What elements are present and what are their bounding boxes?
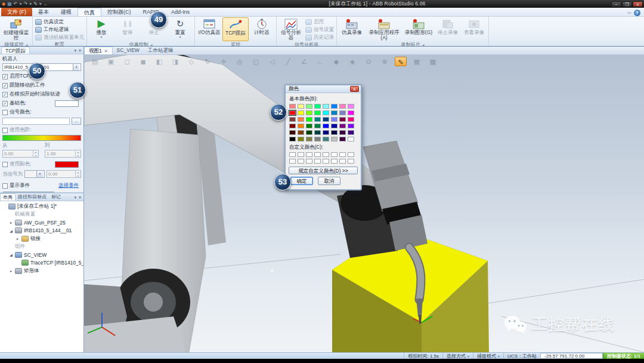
view-tab-scview[interactable]: SC_VIEW (113, 47, 144, 54)
basic-color-swatch[interactable] (323, 130, 329, 135)
tree-item[interactable]: [未保存工作站 1]* (0, 202, 83, 211)
tcp-trace-button[interactable]: TCP跟踪 (222, 17, 249, 41)
basic-color-swatch[interactable] (298, 130, 304, 135)
basic-color-swatch[interactable] (348, 137, 354, 141)
signal-input[interactable] (2, 118, 70, 125)
pan-view-icon[interactable]: ✛ (218, 57, 230, 66)
panel-close-icon[interactable]: ✕ (78, 48, 82, 53)
basic-color-swatch[interactable] (331, 104, 338, 109)
basic-color-swatch[interactable] (331, 137, 338, 141)
controller-status[interactable]: 控制器状态: 1/1 (603, 353, 644, 359)
record-application-button[interactable]: 录制应用程序(A) (366, 17, 402, 41)
base-color-swatch[interactable] (55, 100, 79, 107)
basic-color-swatch[interactable] (323, 137, 329, 141)
tab-file[interactable]: 文件 (F) (1, 8, 32, 16)
undo-icon[interactable]: ↶ (14, 1, 18, 7)
ucs-indicator[interactable]: UCS：工作站 (503, 353, 540, 359)
custom-color-swatch[interactable] (348, 152, 354, 157)
enable-tcp-trace-checkbox[interactable]: ✓ (2, 74, 8, 79)
select-events-link[interactable]: 选择事件 (58, 182, 79, 189)
tab-simulation[interactable]: 仿真 (78, 8, 101, 16)
basic-color-swatch[interactable] (306, 130, 312, 135)
measure-angle-icon[interactable]: ∠ (298, 57, 310, 66)
basic-color-swatch[interactable] (348, 110, 354, 115)
basic-color-swatch[interactable] (314, 117, 321, 122)
basic-color-swatch[interactable] (289, 104, 296, 109)
custom-color-swatch[interactable] (339, 152, 346, 157)
tree-expander-icon[interactable]: ▸ (9, 220, 13, 224)
use-color-scale-checkbox[interactable] (2, 128, 8, 133)
tab-tags[interactable]: 标记 (49, 193, 63, 201)
panel-close-icon[interactable]: ✕ (78, 195, 82, 200)
custom-color-swatch[interactable] (339, 159, 346, 164)
basic-color-swatch[interactable] (314, 110, 321, 115)
snap-grid-icon[interactable]: ▦ (411, 57, 423, 66)
fit-all-icon[interactable]: ◱ (250, 57, 262, 66)
define-custom-colors-button[interactable]: 规定自定义颜色(D) >> (289, 167, 358, 174)
customize-pen-icon[interactable]: ✎ (33, 1, 38, 7)
close-view-icon[interactable]: ✕ (104, 47, 108, 55)
tree-item[interactable]: TraceTCP [IRB1410_5_144__01] (0, 259, 83, 267)
zoom-view-icon[interactable]: ◎ (234, 57, 246, 66)
previous-view-icon[interactable]: ◁ (266, 57, 278, 66)
basic-color-swatch[interactable] (289, 130, 296, 135)
caret-icon[interactable]: ▾ (39, 1, 42, 7)
basic-color-swatch[interactable] (314, 137, 321, 141)
tree-item[interactable]: ◢SC_VIEW (0, 251, 83, 259)
basic-color-swatch[interactable] (306, 110, 312, 115)
basic-color-swatch[interactable] (289, 117, 296, 122)
snap-mode-dropdown[interactable]: 捕捉模式 ▾ (473, 353, 503, 359)
custom-color-swatch[interactable] (348, 159, 354, 164)
basic-color-swatch[interactable] (339, 110, 346, 115)
basic-color-swatch[interactable] (339, 104, 346, 109)
select-part-icon[interactable]: ◨ (169, 57, 181, 66)
basic-color-swatch[interactable] (323, 117, 329, 122)
tree-item[interactable]: ◢IRB1410_5_144__01 (0, 227, 83, 235)
tab-addins[interactable]: Add-Ins (165, 8, 196, 16)
show-events-checkbox[interactable] (2, 183, 8, 189)
custom-color-swatch[interactable] (331, 152, 338, 157)
qat-more-icon[interactable]: ⌄ (44, 1, 48, 7)
secondary-color-swatch[interactable] (55, 161, 79, 168)
tree-item[interactable]: 机械装置 (0, 211, 83, 219)
tree-item[interactable]: ▸AW_Gun_PSF_25 (0, 219, 83, 227)
basic-color-swatch[interactable] (314, 130, 321, 135)
select-surface-icon[interactable]: ◼ (137, 57, 149, 66)
snap-gravity-icon[interactable]: ⊕ (379, 57, 391, 66)
tab-controller[interactable]: 控制器(C) (101, 8, 137, 16)
basic-color-swatch[interactable] (289, 137, 296, 141)
custom-color-swatch[interactable] (331, 159, 338, 164)
custom-color-swatch[interactable] (298, 152, 304, 157)
basic-color-swatch[interactable] (348, 104, 354, 109)
tcp-trace-panel-tab[interactable]: TCP跟踪 (1, 47, 30, 54)
signal-color-checkbox[interactable] (2, 110, 8, 115)
custom-color-swatch[interactable] (306, 159, 312, 164)
dialog-launcher-icon[interactable]: ◢ (150, 43, 153, 47)
tab-layout[interactable]: 布局 (0, 193, 16, 201)
custom-color-swatch[interactable] (306, 152, 312, 157)
panel-menu-icon[interactable]: ▾ (75, 195, 77, 200)
signal-analyzer-button[interactable]: 信号分析器 (278, 17, 304, 41)
custom-color-swatch[interactable] (314, 152, 321, 157)
measure-min-dist-icon[interactable]: ∟ (314, 57, 326, 66)
tab-paths-targets[interactable]: 路径和目标点 (16, 193, 49, 201)
station-logic-button[interactable]: 工作站逻辑 (34, 26, 85, 33)
simulation-settings-button[interactable]: 仿真设定 (34, 18, 85, 26)
reset-button[interactable]: ↻ 重置 ▾ (167, 17, 193, 41)
basic-color-swatch[interactable] (298, 117, 304, 122)
to-spinner[interactable]: 1.00 ▴▾ (45, 150, 81, 158)
basic-color-swatch[interactable] (348, 130, 354, 135)
caret-icon[interactable]: ▾ (19, 1, 21, 7)
spin-down-icon[interactable]: ▾ (76, 154, 80, 158)
basic-color-swatch[interactable] (339, 137, 346, 141)
clear-on-start-checkbox[interactable]: ✓ (2, 92, 8, 97)
basic-color-swatch[interactable] (306, 124, 312, 128)
dialog-launcher-icon[interactable]: ◢ (26, 43, 28, 47)
basic-color-swatch[interactable] (348, 124, 354, 128)
3d-scene[interactable]: * (84, 55, 644, 352)
graphics-tools-icon[interactable]: ▩ (427, 57, 439, 66)
redo-icon[interactable]: ↷ (23, 1, 27, 7)
basic-color-swatch[interactable] (306, 137, 312, 141)
tree-expander-icon[interactable]: ◢ (9, 229, 13, 233)
tab-home[interactable]: 基本 (32, 8, 55, 16)
